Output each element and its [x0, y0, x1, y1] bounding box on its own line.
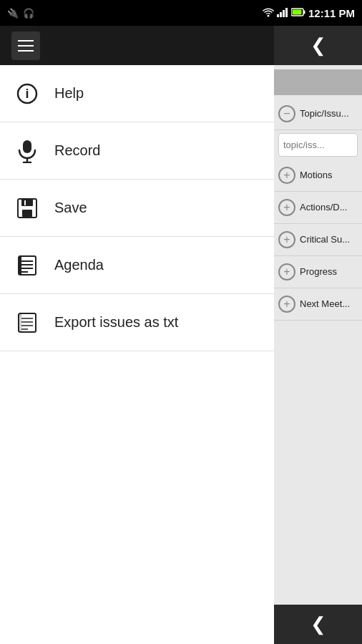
hamburger-line-2: [18, 45, 34, 47]
drawer-item-record[interactable]: Record: [0, 122, 274, 180]
drawer-items: i Help Record: [0, 65, 274, 644]
svg-rect-16: [24, 200, 26, 205]
gray-bar: [274, 69, 362, 95]
hamburger-line-3: [18, 50, 34, 52]
back-button[interactable]: ❮: [310, 34, 326, 57]
plus-circle-progress-icon: +: [278, 263, 295, 280]
agenda-icon: [14, 255, 40, 276]
battery-icon: [291, 8, 305, 19]
svg-rect-7: [292, 9, 301, 14]
signal-icon: [277, 7, 288, 19]
drawer-item-help[interactable]: i Help: [0, 65, 274, 122]
help-label: Help: [54, 85, 84, 102]
drawer-item-save[interactable]: Save: [0, 180, 274, 237]
svg-point-0: [267, 14, 269, 16]
svg-rect-3: [283, 10, 285, 17]
svg-rect-22: [19, 256, 21, 275]
progress-label: Progress: [300, 266, 337, 278]
svg-rect-1: [277, 14, 279, 17]
actions-label: Actions/D...: [300, 202, 347, 213]
agenda-label: Agenda: [54, 257, 104, 273]
status-left-icons: 🔌 🎧: [7, 8, 34, 19]
next-meet-label: Next Meet...: [300, 298, 350, 310]
save-icon: [14, 197, 40, 219]
plus-circle-motions-icon: +: [278, 167, 295, 184]
svg-rect-2: [280, 12, 282, 17]
save-label: Save: [54, 200, 87, 216]
svg-rect-14: [21, 199, 33, 206]
plus-circle-actions-icon: +: [278, 199, 295, 216]
hamburger-button[interactable]: [11, 31, 40, 60]
drawer-item-agenda[interactable]: Agenda: [0, 237, 274, 294]
motions-label: Motions: [300, 170, 333, 181]
status-right-icons: 12:11 PM: [263, 7, 355, 19]
drawer-item-export[interactable]: Export issues as txt: [0, 294, 274, 351]
topic-input[interactable]: [278, 133, 358, 157]
right-item-actions[interactable]: + Actions/D...: [274, 192, 362, 224]
info-icon: i: [14, 83, 40, 104]
drawer: i Help Record: [0, 26, 274, 644]
critical-label: Critical Su...: [300, 234, 350, 245]
right-item-topic-issue[interactable]: − Topic/Issu...: [274, 98, 362, 130]
plus-circle-critical-icon: +: [278, 231, 295, 248]
status-time: 12:11 PM: [308, 7, 355, 19]
right-list: − Topic/Issu... + Motions + Actions/D...…: [274, 98, 362, 321]
right-item-motions[interactable]: + Motions: [274, 160, 362, 192]
app-container: i Help Record: [0, 26, 362, 644]
plus-circle-nextmeet-icon: +: [278, 296, 295, 313]
mic-icon: [14, 139, 40, 163]
right-header: ❮: [274, 26, 362, 65]
hamburger-line-1: [18, 40, 34, 42]
drawer-header: [0, 26, 274, 65]
right-panel: ❮ − Topic/Issu... + Motions + Actions/D.…: [274, 26, 362, 644]
svg-rect-10: [23, 140, 31, 153]
back-button-bottom[interactable]: ❮: [310, 613, 326, 635]
minus-circle-icon: −: [278, 105, 295, 122]
svg-rect-15: [22, 210, 32, 217]
usb-icon: 🔌: [7, 8, 19, 19]
right-item-next-meet[interactable]: + Next Meet...: [274, 288, 362, 321]
svg-rect-4: [285, 8, 288, 17]
right-item-progress[interactable]: + Progress: [274, 256, 362, 288]
wifi-icon: [263, 7, 274, 19]
svg-text:i: i: [25, 87, 29, 101]
svg-rect-6: [303, 10, 305, 14]
record-label: Record: [54, 142, 100, 159]
status-bar: 🔌 🎧 12:11 PM: [0, 0, 362, 26]
right-item-critical[interactable]: + Critical Su...: [274, 224, 362, 256]
topic-issue-label: Topic/Issu...: [300, 108, 349, 119]
headset-icon: 🎧: [23, 8, 34, 19]
export-label: Export issues as txt: [54, 314, 178, 331]
export-icon: [14, 312, 40, 333]
right-bottom-bar: ❮: [274, 605, 362, 644]
